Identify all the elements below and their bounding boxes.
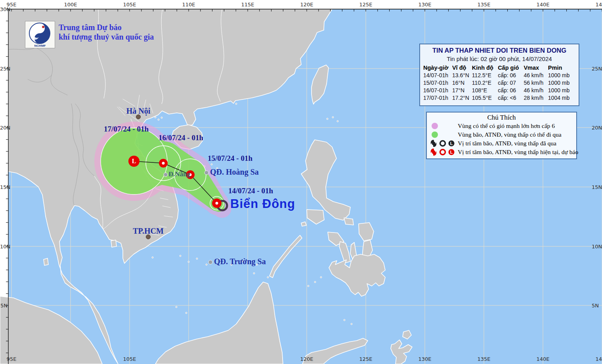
- legend-item-label: Vùng bão, ATNĐ, vùng thấp có thể đi qua: [458, 131, 562, 138]
- forecast-row: 17/07-01h17.2°N105.5°Ecấp: <628 km/h1004…: [423, 94, 575, 101]
- islet-dot: [185, 312, 187, 314]
- island-dot: [208, 260, 213, 265]
- axis-label-latitude: 30N: [0, 6, 8, 12]
- islet-dot: [308, 285, 309, 287]
- phu-quoc-island: [111, 240, 117, 247]
- track-date-label: 15/07/24 - 01h: [208, 154, 252, 163]
- islet-dot: [235, 103, 237, 105]
- legend-title: Chú Thích: [429, 114, 574, 122]
- masbate-island: [344, 218, 354, 225]
- axis-label-latitude: 20N: [0, 125, 8, 131]
- islet-dot: [332, 116, 334, 118]
- axis-label-latitude: 5N: [0, 303, 8, 309]
- legend-item: LVị trí tâm bão, ATNĐ, vùng thấp đã qua: [429, 139, 574, 148]
- islet-dot: [158, 119, 159, 120]
- axis-label-latitude: 10N: [0, 244, 8, 250]
- depression-icon: [440, 141, 445, 146]
- agency-logo: NCHMF: [25, 21, 55, 48]
- legend-item: LVị trí tâm bão, ATNĐ, vùng thấp hiện tạ…: [429, 148, 574, 156]
- forecast-row: 15/07-01h16°N110.2°Ecấp: 0756 km/h1000 m…: [423, 79, 575, 86]
- forecast-row: 16/07-01h17°N108°Ecấp: 0646 km/h1000 mb: [423, 86, 575, 94]
- forecast-cell: cấp: 07: [498, 79, 524, 86]
- islet-dot: [211, 164, 212, 165]
- axis-label-longitude: 120E: [300, 2, 313, 8]
- forecast-table: Ngày-giờVĩ độKinh độCấp gióVmaxPmin 14/0…: [423, 64, 575, 101]
- legend-rows: Vùng có thể có gió mạnh lớn hơn cấp 6Vùn…: [429, 122, 574, 156]
- legend-item-label: Vị trí tâm bão, ATNĐ, vùng thấp hiện tại…: [458, 149, 578, 156]
- forecast-cell: 13.6°N: [452, 71, 472, 79]
- storm-symbols-icon: L: [429, 148, 455, 156]
- forecast-cell: 16°N: [452, 79, 472, 86]
- agency-name: Trung tâm Dự báo khí tượng thuỷ văn quốc…: [59, 23, 154, 42]
- axis-label-latitude: 15N: [0, 184, 8, 190]
- islet-dot: [344, 319, 345, 321]
- axis-label-latitude: 10N: [592, 244, 602, 250]
- axis-label-longitude: 145E: [595, 2, 602, 8]
- forecast-cell: 112.5°E: [472, 71, 498, 79]
- column-header: Vĩ độ: [452, 64, 472, 71]
- islet-dot: [351, 323, 352, 325]
- column-header: Vmax: [524, 64, 548, 71]
- forecast-row: 14/07-01h13.6°N112.5°Ecấp: 0646 km/h1000…: [423, 71, 575, 79]
- forecast-cell: cấp: <6: [498, 94, 524, 101]
- forecast-cell: 108°E: [472, 86, 498, 94]
- axis-label-longitude: 145E: [595, 356, 602, 362]
- axis-label-latitude: 20N: [592, 125, 602, 131]
- track-date-label: 17/07/24 - 01h: [104, 125, 149, 133]
- legend-item-label: Vị trí tâm bão, ATNĐ, vùng thấp đã qua: [458, 140, 556, 147]
- pink-area-icon: [432, 123, 438, 129]
- forecast-cell: 15/07-01h: [423, 79, 452, 86]
- forecast-cell: 110.2°E: [472, 79, 498, 86]
- place-label: QĐ. Trường Sa: [214, 257, 266, 266]
- forecast-cell: 17/07-01h: [423, 94, 452, 101]
- axis-label-longitude: 115E: [241, 2, 254, 8]
- axis-label-latitude: 5N: [592, 303, 599, 309]
- legend-icon-cell: [429, 131, 458, 138]
- axis-label-longitude: 125E: [359, 2, 372, 8]
- column-header: Kinh độ: [472, 64, 498, 71]
- green-area-icon: [432, 131, 438, 138]
- islet-dot: [196, 258, 198, 259]
- islet-dot: [327, 118, 328, 120]
- low-pressure-marker: L: [128, 156, 140, 167]
- place-label: Hà Nội: [126, 107, 151, 116]
- axis-label-longitude: 130E: [418, 2, 431, 8]
- place-label: QĐ. Hoàng Sa: [210, 168, 259, 177]
- forecast-cell: 56 km/h: [524, 79, 548, 86]
- axis-label-longitude: 140E: [536, 356, 549, 362]
- axis-label-longitude: 130E: [418, 356, 431, 362]
- legend-item: Vùng bão, ATNĐ, vùng thấp có thể đi qua: [429, 130, 574, 139]
- forecast-cell: 16/07-01h: [423, 86, 452, 94]
- current-position-marker: [212, 198, 222, 208]
- axis-label-latitude: 15N: [592, 184, 602, 190]
- column-header: Ngày-giờ: [423, 64, 452, 71]
- islet-dot: [337, 120, 338, 122]
- forecast-position-marker: [159, 159, 168, 168]
- logo-caption: NCHMF: [25, 44, 55, 48]
- bulletin-issued-time: Tin phát lúc: 02 giờ 00 phút, 14/07/2024: [423, 55, 575, 62]
- column-header: Pmin: [548, 64, 575, 71]
- islet-dot: [161, 117, 162, 118]
- island-dot: [204, 171, 209, 175]
- forecast-cell: 17.2°N: [452, 94, 472, 101]
- legend-icon-cell: L: [429, 148, 458, 156]
- track-date-label: 16/07/24 - 01h: [159, 133, 203, 142]
- axis-label-longitude: 110E: [182, 2, 195, 8]
- forecast-cell: 46 km/h: [524, 86, 548, 94]
- islet-dot: [180, 255, 181, 257]
- islet-dot: [152, 257, 153, 258]
- islet-dot: [188, 261, 189, 263]
- forecast-cell: 1000 mb: [548, 86, 575, 94]
- agency-name-line1: Trung tâm Dự báo: [59, 23, 154, 32]
- axis-label-longitude: 95E: [7, 356, 17, 362]
- island-dot: [164, 173, 168, 177]
- forecast-table-head: Ngày-giờVĩ độKinh độCấp gióVmaxPmin: [423, 64, 575, 71]
- column-header: Cấp gió: [498, 64, 524, 71]
- islet: [301, 222, 306, 226]
- islet-dot: [314, 281, 316, 283]
- axis-label-longitude: 140E: [536, 2, 549, 8]
- storm-forecast-map: 95E100E105E110E115E120E125E130E135E140E1…: [0, 0, 602, 364]
- track-date-label: 14/07/24 - 01h: [228, 187, 273, 195]
- axis-label-longitude: 135E: [477, 2, 490, 8]
- forecast-cell: 14/07-01h: [423, 71, 452, 79]
